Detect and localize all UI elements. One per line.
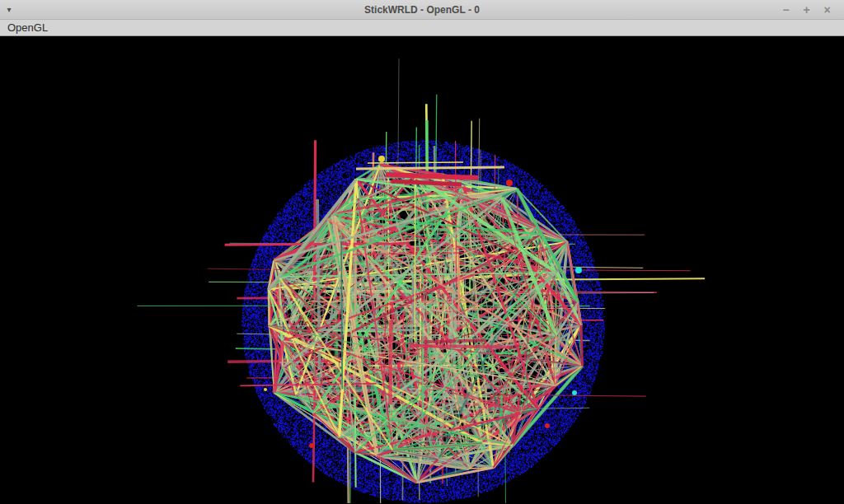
maximize-button[interactable]: + xyxy=(796,0,817,20)
titlebar: ▾ StickWRLD - OpenGL - 0 − + × xyxy=(0,0,844,20)
window-title: StickWRLD - OpenGL - 0 xyxy=(0,4,844,16)
opengl-viewport xyxy=(0,36,844,503)
minimize-button[interactable]: − xyxy=(776,0,796,20)
window-controls: − + × xyxy=(776,0,844,20)
close-button[interactable]: × xyxy=(817,0,837,20)
menubar: OpenGL xyxy=(0,20,844,36)
app-window: ▾ StickWRLD - OpenGL - 0 − + × OpenGL xyxy=(0,0,844,504)
opengl-canvas[interactable] xyxy=(0,36,844,503)
window-menu-icon[interactable]: ▾ xyxy=(0,0,18,20)
menu-item-opengl[interactable]: OpenGL xyxy=(0,20,55,36)
